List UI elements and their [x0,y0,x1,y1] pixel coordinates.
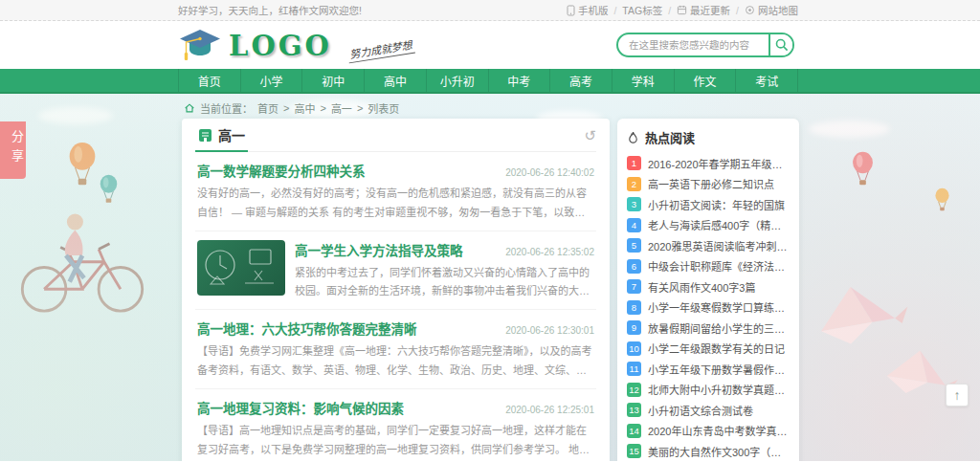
topbar-link-label: TAG标签 [622,3,662,17]
article-title-link[interactable]: 高一地理复习资料：影响气候的因素 [197,398,404,417]
hot-item[interactable]: 142020年山东青岛中考数学真题（已公布） [627,421,790,442]
search-input[interactable] [618,34,768,55]
search-box [616,33,794,57]
nav-item-zhongkao[interactable]: 中考 [489,69,551,92]
hot-item[interactable]: 8小学一年级寒假数学口算练习题三篇 [627,297,790,319]
article-summary: 没有好的高一，必然没有好的高考；没有高一的危机感和紧迫感，就没有高三的从容自信！… [197,185,594,223]
cloud-decoration [38,107,113,124]
bicycle-rider-decoration [10,197,155,318]
nav-item-gaokao[interactable]: 高考 [550,69,612,92]
hot-item[interactable]: 12北师大附中小升初数学真题汇编 [627,380,790,401]
article-title-link[interactable]: 高一数学解题要分析四种关系 [197,161,366,180]
breadcrumb-separator: > [283,102,289,114]
hot-item-text: 中级会计职称题库《经济法》检测题 [648,258,790,274]
hot-item-text: 2020年山东青岛中考数学真题（已公布） [648,423,790,438]
breadcrumb-home[interactable]: 首页 [257,100,278,116]
nav-item-exam[interactable]: 考试 [736,69,798,92]
article-summary: 紧张的中考过去了，同学们怀着激动又兴奋的心情踏入了高中的校园。面对全新的生活环境… [295,264,594,302]
article-row: 高一学生入学方法指导及策略 2020-06-26 12:35:02 紧张的中考过… [195,231,596,311]
topbar-link-label: 手机版 [578,3,609,17]
breadcrumb-grade[interactable]: 高一 [331,100,352,116]
hot-item-text: 2020雅思英语阅读临考冲刺试题附答案 [648,238,790,253]
site-logo[interactable]: LOGO [178,28,332,64]
hot-air-balloon-decoration [99,174,119,206]
hot-item[interactable]: 7有关风雨作文400字3篇 [627,276,790,297]
back-to-top-button[interactable]: ↑ [946,384,969,407]
hot-item[interactable]: 9放暑假期间留给小学生的三年级英语作文范文 [627,318,790,339]
rank-badge: 5 [627,238,641,253]
sitemap-icon [745,5,755,15]
hot-item[interactable]: 15美丽的大自然作文300字（精选3篇） [627,441,790,461]
separator: / [736,5,739,16]
breadcrumb-separator: > [357,102,363,114]
nav-item-primary[interactable]: 小学 [241,69,303,92]
hot-item[interactable]: 11小学五年级下册数学暑假作业答案【20-61 [627,359,790,380]
article-summary: 【导语】高一地理知识点是高考的基础，同学们一定要复习好高一地理，这样才能在复习好… [197,422,594,460]
undo-icon[interactable]: ↺ [584,128,596,143]
nav-item-home[interactable]: 首页 [178,69,241,92]
home-icon [184,102,195,114]
header: LOGO 努力成就梦想 [0,21,980,69]
search-icon [775,38,789,52]
rank-badge: 9 [627,320,641,335]
hot-item[interactable]: 4老人与海读后感400字（精选3篇） [627,215,790,236]
hot-item-text: 小升初语文综合测试卷 [648,403,753,418]
hot-item-text: 美丽的大自然作文300字（精选3篇） [648,444,790,459]
sidebar: 热点阅读 12016-2020年春学期五年级语文下期末模拟 2高一英语下册必修二… [617,119,799,461]
section-tab: 高一 [195,119,248,151]
article-summary: 【导语】免费学习网汇集整理《高一地理：六大技巧帮你答题完整清晰》，以及的高考备考… [197,342,594,381]
article-date: 2020-06-26 12:35:02 [505,247,594,257]
article-row: 高一数学解题要分析四种关系 2020-06-26 12:40:02 没有好的高一… [195,152,596,231]
share-button[interactable]: 分享 [0,121,26,179]
topbar-link-label: 最近更新 [690,3,730,17]
hot-item-text: 高一英语下册必修二知识点 [648,176,774,191]
article-date: 2020-06-26 12:40:02 [505,167,594,178]
tag-link[interactable]: TAG标签 [622,3,662,17]
article-row: 高一地理：六大技巧帮你答题完整清晰 2020-06-26 12:30:01 【导… [195,310,596,389]
rank-badge: 4 [627,218,641,232]
hot-item[interactable]: 6中级会计职称题库《经济法》检测题 [627,256,790,277]
nav-item-senior[interactable]: 高中 [365,69,427,92]
hot-item-text: 小升初语文阅读：年轻的国旗 [648,197,785,212]
sitemap-link[interactable]: 网站地图 [745,3,798,17]
hot-item[interactable]: 2高一英语下册必修二知识点 [627,174,790,195]
graduation-cap-icon [178,28,222,64]
breadcrumb-senior[interactable]: 高中 [294,100,315,116]
hot-reading-title: 热点阅读 [645,128,695,146]
separator: / [613,5,616,16]
content-section: 当前位置： 首页 > 高中 > 高一 > 列表页 高一 ↺ [0,94,980,461]
hot-air-balloon-decoration [67,142,98,189]
recent-updates-link[interactable]: 最近更新 [677,3,730,17]
article-thumbnail[interactable] [197,240,285,296]
article-title-link[interactable]: 高一学生入学方法指导及策略 [295,240,463,259]
nav-item-xiaoshengchu[interactable]: 小升初 [427,69,489,92]
hot-item-text: 北师大附中小升初数学真题汇编 [648,382,790,397]
hot-reading-card: 热点阅读 12016-2020年春学期五年级语文下期末模拟 2高一英语下册必修二… [617,119,799,461]
breadcrumb-current: 列表页 [368,100,399,116]
search-button[interactable] [768,34,792,55]
rank-badge: 7 [627,279,641,294]
hot-air-balloon-decoration [851,151,875,188]
hot-item-text: 有关风雨作文400字3篇 [648,279,755,295]
hot-item[interactable]: 52020雅思英语阅读临考冲刺试题附答案 [627,235,790,256]
nav-item-essay[interactable]: 作文 [675,69,737,92]
breadcrumb-separator: > [320,102,325,114]
mobile-version-link[interactable]: 手机版 [567,3,609,17]
logo-text: LOGO [229,30,332,62]
rank-badge: 10 [627,341,641,356]
nav-item-junior[interactable]: 初中 [302,69,365,92]
article-title-link[interactable]: 高一地理：六大技巧帮你答题完整清晰 [197,319,417,338]
rank-badge: 11 [627,362,641,376]
breadcrumb-label: 当前位置： [200,100,253,116]
hot-item[interactable]: 3小升初语文阅读：年轻的国旗 [627,194,790,215]
hot-item[interactable]: 12016-2020年春学期五年级语文下期末模拟 [627,153,790,174]
rank-badge: 3 [627,197,641,211]
nav-item-subjects[interactable]: 学科 [612,69,675,92]
hot-item-text: 小学一年级寒假数学口算练习题三篇 [648,299,790,315]
hot-item[interactable]: 13小升初语文综合测试卷 [627,400,790,421]
article-list-card: 高一 ↺ 高一数学解题要分析四种关系 2020-06-26 12:40:02 没… [182,119,610,461]
hot-item[interactable]: 10小学二年级跟数学有关的日记 [627,339,790,360]
article-row: 高一地理复习资料：影响气候的因素 2020-06-26 12:25:01 【导语… [195,389,596,461]
rank-badge: 8 [627,300,641,315]
section-title: 高一 [218,125,245,144]
